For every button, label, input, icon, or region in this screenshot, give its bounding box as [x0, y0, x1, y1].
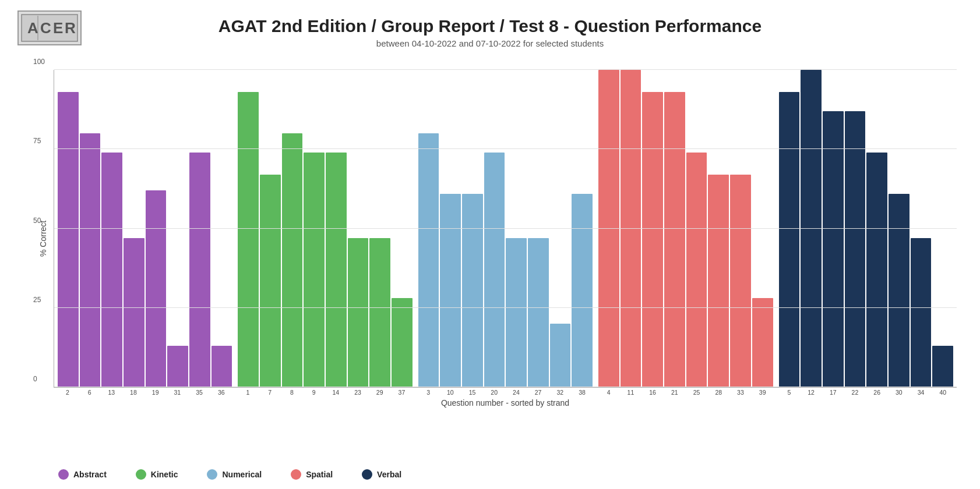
legend-item-spatial: Spatial: [291, 469, 333, 480]
x-label: 31: [167, 389, 188, 396]
legend-dot-abstract: [58, 469, 69, 480]
x-label: 16: [642, 389, 663, 396]
bar-spatial: [621, 70, 641, 387]
bar-spatial: [642, 92, 663, 387]
bar-numerical: [484, 153, 505, 387]
legend-item-abstract: Abstract: [58, 469, 107, 480]
bar-spatial: [598, 70, 619, 387]
gridline: [54, 148, 957, 149]
bar-numerical: [572, 194, 593, 387]
x-label: 22: [845, 389, 866, 396]
legend-item-kinetic: Kinetic: [136, 469, 178, 480]
bar-spatial: [752, 298, 773, 387]
bar-kinetic: [392, 298, 413, 387]
gridline: [54, 387, 957, 387]
legend-dot-kinetic: [136, 469, 146, 480]
bar-kinetic: [326, 153, 347, 387]
x-label: 23: [347, 389, 368, 396]
bar-abstract: [167, 346, 188, 387]
legend-label-numerical: Numerical: [222, 470, 262, 479]
x-label-sep: [233, 389, 237, 396]
legend-label-kinetic: Kinetic: [151, 470, 178, 479]
bar-kinetic: [282, 133, 303, 387]
bar-abstract: [146, 190, 167, 387]
chart-container: % Correct 0255075100 2613181931353617891…: [35, 70, 957, 408]
bar-verbal: [779, 92, 800, 387]
bar-verbal: [932, 346, 953, 387]
legend-dot-verbal: [362, 469, 372, 480]
x-label: 36: [211, 389, 232, 396]
x-label: 8: [281, 389, 302, 396]
bar-verbal: [801, 70, 822, 387]
x-label: 32: [549, 389, 570, 396]
bar-verbal: [911, 238, 932, 387]
bar-abstract: [124, 238, 144, 387]
bar-verbal: [845, 111, 866, 387]
x-label: 37: [392, 389, 413, 396]
x-label-sep: [774, 389, 778, 396]
x-label: 10: [440, 389, 461, 396]
x-axis-title: Question number - sorted by strand: [54, 398, 957, 408]
legend-item-numerical: Numerical: [207, 469, 262, 480]
bar-kinetic: [260, 175, 281, 387]
bar-kinetic: [369, 238, 390, 387]
x-label: 35: [189, 389, 210, 396]
bar-spatial: [730, 175, 751, 387]
legend-dot-spatial: [291, 469, 301, 480]
bar-abstract: [189, 153, 210, 387]
bar-verbal: [866, 153, 887, 387]
legend: AbstractKineticNumericalSpatialVerbal: [58, 469, 401, 480]
x-label: 26: [866, 389, 887, 396]
x-label: 12: [801, 389, 822, 396]
x-label: 40: [932, 389, 953, 396]
y-tick-label: 100: [33, 58, 45, 66]
bar-verbal: [823, 111, 844, 387]
legend-label-abstract: Abstract: [73, 470, 107, 479]
chart-area: 0255075100 26131819313536178914232937310…: [54, 70, 957, 408]
gridline: [54, 228, 957, 229]
bar-abstract: [211, 346, 232, 387]
x-label: 6: [79, 389, 100, 396]
x-label: 4: [598, 389, 619, 396]
bar-numerical: [440, 194, 461, 387]
legend-label-spatial: Spatial: [306, 470, 333, 479]
main-title: AGAT 2nd Edition / Group Report / Test 8…: [0, 16, 980, 36]
x-label-sep: [413, 389, 417, 396]
x-label: 34: [911, 389, 932, 396]
bar-kinetic: [238, 92, 259, 387]
x-label: 29: [369, 389, 390, 396]
y-tick-label: 50: [33, 217, 41, 225]
bar-abstract: [58, 92, 79, 387]
x-label-sep: [594, 389, 597, 396]
bar-abstract: [80, 133, 101, 387]
y-tick-label: 75: [33, 137, 41, 145]
logo: A C E R: [17, 10, 82, 45]
y-axis-label: % Correct: [35, 70, 51, 408]
x-label: 3: [418, 389, 439, 396]
x-label: 14: [325, 389, 346, 396]
x-label: 27: [528, 389, 549, 396]
bar-numerical: [506, 238, 527, 387]
bar-spatial: [664, 92, 685, 387]
x-label: 38: [572, 389, 593, 396]
svg-text:C: C: [40, 19, 51, 37]
x-label: 25: [686, 389, 707, 396]
gridline: [54, 69, 957, 70]
gridline: [54, 307, 957, 308]
x-label: 33: [730, 389, 751, 396]
x-label: 2: [57, 389, 78, 396]
bar-spatial: [708, 175, 729, 387]
x-label: 13: [101, 389, 122, 396]
svg-text:A: A: [27, 19, 38, 37]
x-label: 18: [123, 389, 144, 396]
x-label: 17: [823, 389, 844, 396]
bar-verbal: [889, 194, 910, 387]
chart-plot: 0255075100: [54, 70, 957, 388]
bars-row: [54, 70, 957, 387]
x-label: 30: [889, 389, 910, 396]
svg-text:R: R: [65, 19, 76, 37]
bar-numerical: [528, 238, 549, 387]
x-label: 1: [238, 389, 259, 396]
x-axis-labels: 2613181931353617891423293731015202427323…: [54, 389, 957, 396]
x-label: 21: [664, 389, 685, 396]
